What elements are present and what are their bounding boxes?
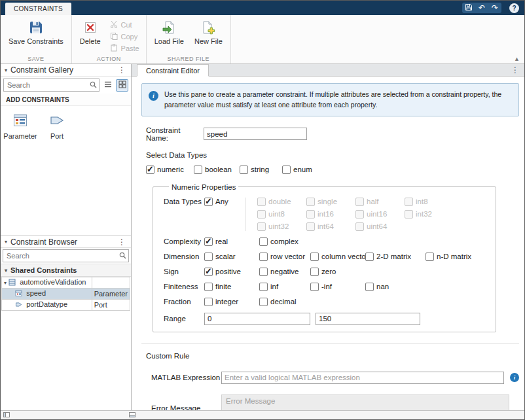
save-constraints-button[interactable]: Save Constraints [5,18,67,45]
checkbox-label: int32 [416,210,432,218]
load-file-button[interactable]: Load File [151,18,188,45]
numeric-checkbox[interactable] [146,166,154,174]
matlab-expression-input[interactable] [221,372,504,384]
integer-checkbox[interactable] [204,298,213,306]
expression-info-icon[interactable]: i [510,373,519,382]
range-min-input[interactable] [204,313,310,325]
checkbox-label: row vector [270,253,305,260]
grid-view-button[interactable] [116,79,128,92]
checkbox-column-vector[interactable]: column vector [310,253,365,261]
constraint-name-row: Constraint Name: [146,126,519,142]
tabbar-menu-icon[interactable]: ⋮ [510,65,520,75]
checkbox-nan[interactable]: nan [365,283,389,291]
checkbox-finite[interactable]: finite [204,283,259,291]
gallery-search-input[interactable] [3,79,100,92]
delete-button[interactable]: Delete [76,18,105,45]
checkbox-numeric[interactable]: numeric [146,166,194,174]
redo-button[interactable]: ↷ [488,3,501,13]
help-button[interactable]: ? [509,3,519,13]
checkbox-boolean[interactable]: boolean [194,166,240,174]
checkbox-enum[interactable]: enum [282,166,519,174]
checkbox-decimal[interactable]: decimal [259,298,297,306]
column-vector-checkbox[interactable] [310,253,319,261]
zero-checkbox[interactable] [310,268,319,276]
tree-twisty-icon[interactable]: ▾ [4,280,7,286]
browser-search-input[interactable] [3,249,129,262]
scalar-checkbox[interactable] [204,253,213,261]
quick-access-cluster: ↶ ↷ [462,3,501,13]
string-checkbox[interactable] [240,166,248,174]
positive-checkbox[interactable] [204,268,213,276]
decimal-checkbox[interactable] [259,298,268,306]
boolean-checkbox[interactable] [194,166,202,174]
gallery-item-port[interactable]: Port [39,113,75,140]
checkbox-label: real [215,237,228,245]
2d-matrix-checkbox[interactable] [365,253,374,261]
collapse-toolstrip-icon[interactable]: ▲ [514,56,520,62]
checkbox-zero[interactable]: zero [310,268,336,276]
checkbox-neg-inf[interactable]: -inf [310,283,365,291]
tab-constraints[interactable]: CONSTRAINTS [5,3,71,15]
checkbox-scalar[interactable]: scalar [204,253,259,261]
tree-row-speed[interactable]: speed Parameter [2,289,130,300]
gallery-item-label: Port [50,132,63,140]
checkbox-string[interactable]: string [240,166,282,174]
gallery-item-parameter[interactable]: Parameter [2,113,39,140]
tree-node-type: Parameter [92,289,130,300]
checkbox-negative[interactable]: negative [259,268,310,276]
port-constraint-icon [49,113,65,130]
cut-button: Cut [107,20,142,30]
tree-node-label: speed [26,289,46,297]
add-constraints-header: ADD CONSTRAINTS [1,94,131,106]
tree-row-port-datatype[interactable]: portDatatype Port [2,300,130,311]
range-max-input[interactable] [316,313,420,325]
checkbox-label: Any [215,198,228,205]
grid-view-icon [118,80,126,90]
checkbox-inf[interactable]: inf [259,283,310,291]
constraint-name-input[interactable] [204,128,307,140]
checkbox-2d-matrix[interactable]: 2-D matrix [365,253,425,261]
browser-menu-icon[interactable]: ⋮ [117,237,127,247]
real-checkbox[interactable] [204,237,213,246]
collapse-gallery-icon[interactable]: ▾ [5,67,7,73]
nan-checkbox[interactable] [365,283,374,291]
finite-checkbox[interactable] [204,283,213,291]
collapse-browser-icon[interactable]: ▾ [5,239,7,245]
collapse-shared-icon[interactable]: ▾ [5,268,7,273]
nd-matrix-checkbox[interactable] [425,253,434,261]
checkbox-label: double [268,198,291,205]
checkbox-label: int16 [317,210,334,218]
editor-panel-toggle-icon[interactable] [129,411,136,420]
custom-rule-section: Custom Rule MATLAB Expression i Error Me… [141,343,519,410]
shared-constraints-header[interactable]: ▾ Shared Constraints [1,264,131,277]
checkbox-int64: int64 [306,222,355,231]
tree-row-automotive-validation[interactable]: ▾ automotiveValidation [2,277,130,289]
toolstrip-section-save: Save Constraints SAVE [1,15,72,63]
neg-inf-checkbox[interactable] [310,283,319,291]
undo-button[interactable]: ↶ [475,3,488,13]
tab-constraint-editor[interactable]: Constraint Editor [137,64,209,77]
checkbox-integer[interactable]: integer [204,298,259,306]
negative-checkbox[interactable] [259,268,268,276]
complex-checkbox[interactable] [259,237,268,246]
inf-checkbox[interactable] [259,283,268,291]
quick-save-button[interactable] [462,3,475,13]
error-message-input[interactable] [221,394,509,410]
checkbox-real[interactable]: real [204,237,259,246]
left-panel-toggle-icon[interactable] [3,411,10,420]
checkbox-any[interactable]: Any [204,198,228,206]
enum-checkbox[interactable] [282,166,291,174]
row-vector-checkbox[interactable] [259,253,268,261]
any-checkbox[interactable] [204,198,213,206]
list-view-button[interactable] [101,79,114,92]
checkbox-complex[interactable]: complex [259,237,299,246]
new-file-button[interactable]: New File [190,18,226,45]
checkbox-nd-matrix[interactable]: n-D matrix [425,253,471,261]
constraint-gallery-title: Constraint Gallery [10,65,113,75]
gallery-menu-icon[interactable]: ⋮ [117,65,127,75]
toolstrip-section-shared-file: Load File New File SHARED FILE [147,15,231,63]
checkbox-positive[interactable]: positive [204,268,259,276]
checkbox-row-vector[interactable]: row vector [259,253,310,261]
constraint-gallery-header[interactable]: ▾ Constraint Gallery ⋮ [1,64,131,77]
constraint-browser-header[interactable]: ▾ Constraint Browser ⋮ [1,236,131,248]
